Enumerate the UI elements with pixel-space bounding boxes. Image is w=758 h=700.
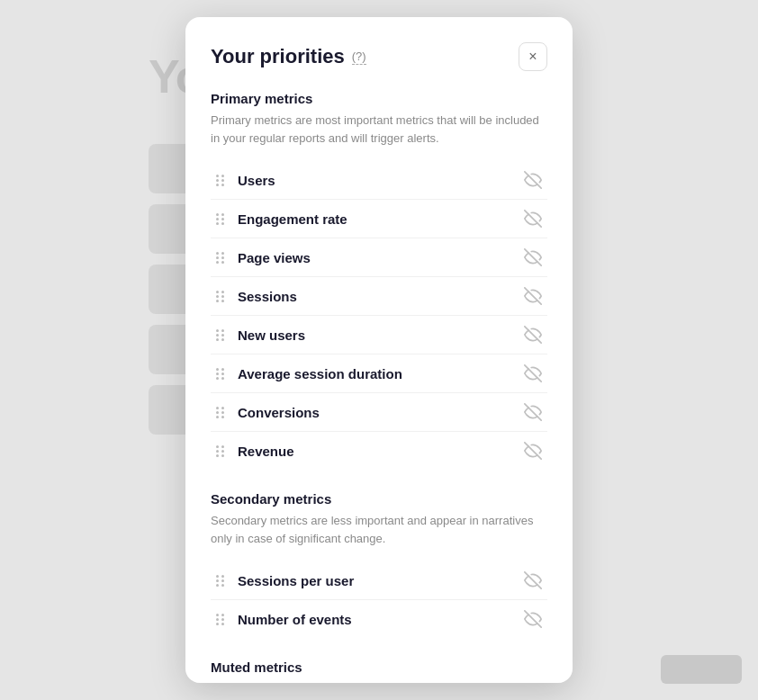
- muted-metrics-desc: Narratives with muted metrics won't appe…: [211, 680, 547, 683]
- modal-overlay: Your priorities (?) × Primary metrics Pr…: [0, 0, 758, 700]
- metric-left-sessions: Sessions: [214, 289, 297, 304]
- eye-off-button-page_views[interactable]: [524, 247, 544, 267]
- metric-row-sessions_per_user: Sessions per user: [211, 561, 547, 600]
- primary-metrics-section: Primary metrics Primary metrics are most…: [211, 91, 547, 470]
- metric-name-new_users: New users: [238, 328, 305, 343]
- eye-off-button-revenue[interactable]: [524, 441, 544, 461]
- primary-metrics-desc: Primary metrics are most important metri…: [211, 112, 547, 147]
- drag-handle-page_views[interactable]: [214, 250, 227, 265]
- metric-row-page_views: Page views: [211, 238, 547, 277]
- metric-row-revenue: Revenue: [211, 432, 547, 470]
- eye-off-button-sessions_per_user[interactable]: [524, 570, 544, 590]
- eye-off-button-avg_session_duration[interactable]: [524, 363, 544, 383]
- metric-row-engagement_rate: Engagement rate: [211, 200, 547, 238]
- metric-left-engagement_rate: Engagement rate: [214, 211, 347, 227]
- drag-handle-revenue[interactable]: [214, 444, 227, 459]
- metric-name-revenue: Revenue: [238, 444, 294, 459]
- secondary-metrics-desc: Secondary metrics are less important and…: [211, 512, 547, 547]
- metric-left-new_users: New users: [214, 328, 305, 343]
- modal-title: Your priorities: [211, 45, 345, 68]
- secondary-metrics-section: Secondary metrics Secondary metrics are …: [211, 491, 547, 638]
- metric-left-number_of_events: Number of events: [214, 612, 352, 627]
- secondary-metrics-title: Secondary metrics: [211, 491, 547, 507]
- modal-header: Your priorities (?) ×: [211, 42, 547, 71]
- primary-metrics-title: Primary metrics: [211, 91, 547, 106]
- muted-metrics-section: Muted metrics Narratives with muted metr…: [211, 660, 547, 683]
- drag-handle-avg_session_duration[interactable]: [214, 366, 227, 381]
- metric-row-sessions: Sessions: [211, 277, 547, 316]
- drag-handle-new_users[interactable]: [214, 328, 227, 343]
- close-button[interactable]: ×: [519, 42, 547, 71]
- metric-name-avg_session_duration: Average session duration: [238, 366, 402, 381]
- eye-off-button-new_users[interactable]: [524, 325, 544, 345]
- eye-off-button-engagement_rate[interactable]: [524, 209, 544, 229]
- metric-name-sessions: Sessions: [238, 289, 297, 304]
- metric-name-users: Users: [238, 173, 275, 188]
- metric-name-page_views: Page views: [238, 250, 311, 265]
- metric-name-number_of_events: Number of events: [238, 612, 352, 627]
- modal-title-row: Your priorities (?): [211, 45, 366, 68]
- metric-row-conversions: Conversions: [211, 393, 547, 432]
- help-badge[interactable]: (?): [352, 49, 366, 65]
- muted-metrics-title: Muted metrics: [211, 660, 547, 675]
- drag-handle-conversions[interactable]: [214, 405, 227, 420]
- metric-left-sessions_per_user: Sessions per user: [214, 573, 354, 588]
- eye-off-button-conversions[interactable]: [524, 402, 544, 422]
- primary-metrics-list: Users Engagement rate: [211, 161, 547, 470]
- metric-row-users: Users: [211, 161, 547, 200]
- secondary-metrics-list: Sessions per user Number of events: [211, 561, 547, 638]
- metric-left-page_views: Page views: [214, 250, 311, 265]
- drag-handle-sessions_per_user[interactable]: [214, 573, 227, 588]
- drag-handle-number_of_events[interactable]: [214, 612, 227, 627]
- metric-left-users: Users: [214, 173, 275, 188]
- metric-row-avg_session_duration: Average session duration: [211, 354, 547, 393]
- drag-handle-engagement_rate[interactable]: [214, 211, 227, 227]
- metric-name-conversions: Conversions: [238, 405, 320, 420]
- eye-off-button-sessions[interactable]: [524, 286, 544, 306]
- priorities-modal: Your priorities (?) × Primary metrics Pr…: [185, 17, 573, 683]
- metric-name-sessions_per_user: Sessions per user: [238, 573, 354, 588]
- eye-off-button-number_of_events[interactable]: [524, 609, 544, 629]
- metric-row-number_of_events: Number of events: [211, 600, 547, 638]
- metric-left-conversions: Conversions: [214, 405, 320, 420]
- drag-handle-sessions[interactable]: [214, 289, 227, 304]
- drag-handle-users[interactable]: [214, 173, 227, 188]
- metric-row-new_users: New users: [211, 316, 547, 354]
- eye-off-button-users[interactable]: [524, 170, 544, 190]
- metric-name-engagement_rate: Engagement rate: [238, 211, 347, 227]
- metric-left-revenue: Revenue: [214, 444, 294, 459]
- metric-left-avg_session_duration: Average session duration: [214, 366, 402, 381]
